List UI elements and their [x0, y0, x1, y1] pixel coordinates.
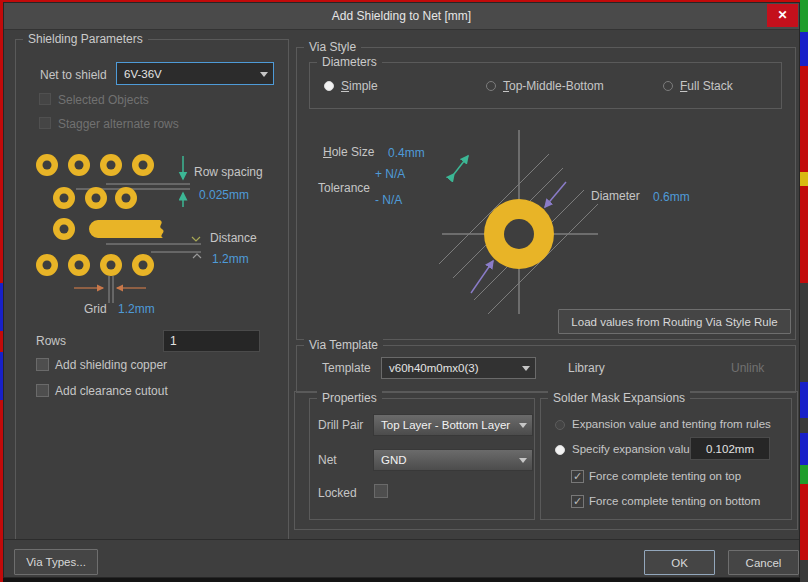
distance-label: Distance	[210, 231, 257, 245]
load-values-button[interactable]: Load values from Routing Via Style Rule	[558, 309, 791, 334]
diameter-value: 0.6mm	[653, 190, 690, 204]
checkmark-icon: ✓	[573, 495, 582, 507]
drill-pair-label: Drill Pair	[318, 418, 363, 432]
distance-value: 1.2mm	[212, 252, 249, 266]
chevron-down-icon	[519, 458, 527, 463]
screen-edge-artifact-bottom	[3, 578, 800, 582]
net-label: Net	[318, 453, 337, 467]
add-shielding-copper-checkbox[interactable]	[36, 358, 49, 371]
template-label: Template	[322, 361, 371, 375]
solder-mask-expansions-group-label: Solder Mask Expansions	[548, 391, 690, 405]
radio-expansion-from-rules[interactable]	[555, 420, 565, 430]
rows-label: Rows	[36, 334, 66, 348]
drill-pair-value: Top Layer - Bottom Layer	[381, 419, 510, 431]
selected-objects-checkbox	[39, 93, 51, 105]
diameter-label: Diameter	[591, 189, 640, 203]
shielding-parameters-group-label: Shielding Parameters	[23, 32, 148, 46]
net-to-shield-value: 6V-36V	[124, 68, 162, 80]
expansion-value-input[interactable]	[690, 437, 770, 460]
specify-expansion-label[interactable]: Specify expansion value	[572, 443, 696, 455]
close-icon: ✕	[777, 8, 787, 22]
via-template-group-label: Via Template	[304, 338, 383, 352]
grid-value: 1.2mm	[118, 302, 155, 316]
grid-label: Grid	[84, 302, 107, 316]
row-spacing-value: 0.025mm	[199, 188, 249, 202]
chevron-down-icon	[519, 423, 527, 428]
tenting-top-label: Force complete tenting on top	[589, 470, 741, 482]
via-preview-diagram	[438, 124, 604, 320]
ok-button[interactable]: OK	[644, 550, 715, 575]
hole-size-value: 0.4mm	[388, 146, 425, 160]
radio-simple[interactable]	[324, 81, 334, 91]
radio-top-middle-bottom[interactable]	[486, 81, 496, 91]
row-spacing-label: Row spacing	[194, 165, 263, 179]
via-template-group: Via Template	[296, 345, 796, 393]
stagger-alternate-rows-label: Stagger alternate rows	[58, 117, 179, 131]
locked-label: Locked	[318, 486, 357, 500]
chevron-down-icon	[260, 72, 268, 77]
add-shielding-dialog: Add Shielding to Net [mm] ✕ Shielding Pa…	[3, 2, 800, 578]
tenting-bottom-label: Force complete tenting on bottom	[589, 495, 760, 507]
net-value: GND	[381, 454, 407, 466]
chevron-down-icon	[522, 366, 530, 371]
screen: Add Shielding to Net [mm] ✕ Shielding Pa…	[0, 0, 808, 582]
unlink-link: Unlink	[731, 361, 764, 375]
net-select[interactable]: GND	[373, 449, 533, 471]
hole-size-label: Hole Size	[323, 145, 374, 159]
stagger-alternate-rows-checkbox	[39, 117, 51, 129]
tolerance-label: Tolerance	[318, 181, 370, 195]
tolerance-plus-value: + N/A	[375, 167, 405, 181]
tolerance-minus-value: - N/A	[375, 193, 402, 207]
via-style-group-label: Via Style	[304, 40, 361, 54]
via-types-button[interactable]: Via Types...	[14, 549, 98, 575]
rows-input[interactable]	[163, 330, 260, 352]
selected-objects-label: Selected Objects	[58, 93, 149, 107]
tenting-top-checkbox[interactable]: ✓	[571, 470, 584, 483]
template-value: v60h40m0mx0(3)	[389, 362, 478, 374]
diameters-group-label: Diameters	[317, 55, 382, 69]
library-label: Library	[568, 361, 605, 375]
add-clearance-cutout-checkbox[interactable]	[36, 384, 49, 397]
radio-specify-expansion[interactable]	[555, 445, 565, 455]
net-to-shield-select[interactable]: 6V-36V	[116, 62, 274, 85]
screen-edge-artifact-right	[800, 0, 808, 582]
close-button[interactable]: ✕	[767, 4, 798, 27]
cancel-button[interactable]: Cancel	[728, 550, 799, 575]
title-bar: Add Shielding to Net [mm] ✕	[4, 3, 799, 30]
drill-pair-select[interactable]: Top Layer - Bottom Layer	[373, 414, 533, 436]
dialog-title: Add Shielding to Net [mm]	[4, 3, 799, 29]
radio-top-middle-bottom-label[interactable]: Top-Middle-Bottom	[503, 79, 604, 93]
add-shielding-copper-label: Add shielding copper	[55, 358, 167, 372]
radio-full-stack-label[interactable]: Full Stack	[680, 79, 733, 93]
template-select[interactable]: v60h40m0mx0(3)	[381, 357, 536, 379]
checkmark-icon: ✓	[573, 470, 582, 482]
net-to-shield-label: Net to shield	[40, 68, 107, 82]
expansion-from-rules-label[interactable]: Expansion value and tenting from rules	[572, 418, 771, 430]
add-clearance-cutout-label: Add clearance cutout	[55, 384, 168, 398]
properties-group-label: Properties	[317, 391, 382, 405]
radio-simple-label[interactable]: Simple	[341, 79, 378, 93]
locked-checkbox[interactable]	[374, 484, 388, 498]
tenting-bottom-checkbox[interactable]: ✓	[571, 495, 584, 508]
radio-full-stack[interactable]	[663, 81, 673, 91]
